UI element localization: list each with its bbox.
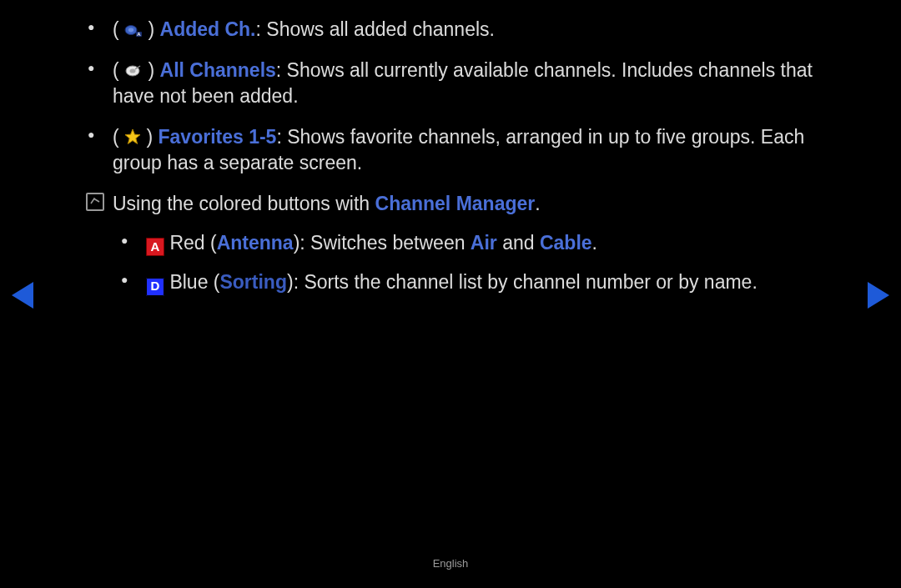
satellite-all-icon [124, 63, 143, 78]
note-colored-buttons: Using the colored buttons with Channel M… [88, 191, 830, 217]
svg-marker-7 [125, 129, 140, 143]
list-item-blue-sorting: D Blue (Sorting): Sorts the channel list… [121, 269, 830, 295]
satellite-added-icon: A [124, 23, 143, 38]
term-added-ch: Added Ch. [160, 18, 256, 40]
note-prefix: Using the colored buttons with [113, 193, 375, 214]
a-button-icon: A [146, 238, 164, 256]
svg-text:A: A [137, 32, 141, 37]
star-favorite-icon [124, 128, 141, 145]
svg-point-1 [128, 28, 133, 33]
footer-language: English [0, 557, 901, 570]
channel-types-list: ( A ) Added Ch.: Shows all added channel… [88, 17, 830, 176]
content-area: ( A ) Added Ch.: Shows all added channel… [88, 17, 830, 309]
desc-added-ch: : Shows all added channels. [256, 18, 495, 40]
list-item-favorites: ( ) Favorites 1-5: Shows favorite channe… [88, 124, 830, 176]
svg-point-5 [130, 68, 136, 73]
list-item-added-ch: ( A ) Added Ch.: Shows all added channel… [88, 17, 830, 43]
list-item-red-antenna: A Red (Antenna): Switches between Air an… [121, 230, 830, 256]
term-favorites: Favorites 1-5 [159, 126, 277, 148]
prev-page-arrow-icon[interactable] [12, 282, 33, 309]
colored-buttons-list: A Red (Antenna): Switches between Air an… [121, 230, 830, 295]
next-page-arrow-icon[interactable] [868, 282, 889, 309]
list-item-all-channels: ( ) All Channels: Shows all currently av… [88, 58, 830, 109]
manual-page: ( A ) Added Ch.: Shows all added channel… [0, 0, 901, 588]
note-link: Channel Manager [375, 193, 536, 214]
d-button-icon: D [146, 278, 164, 296]
term-all-channels: All Channels [160, 59, 276, 81]
note-icon [86, 193, 104, 211]
note-suffix: . [535, 193, 540, 214]
